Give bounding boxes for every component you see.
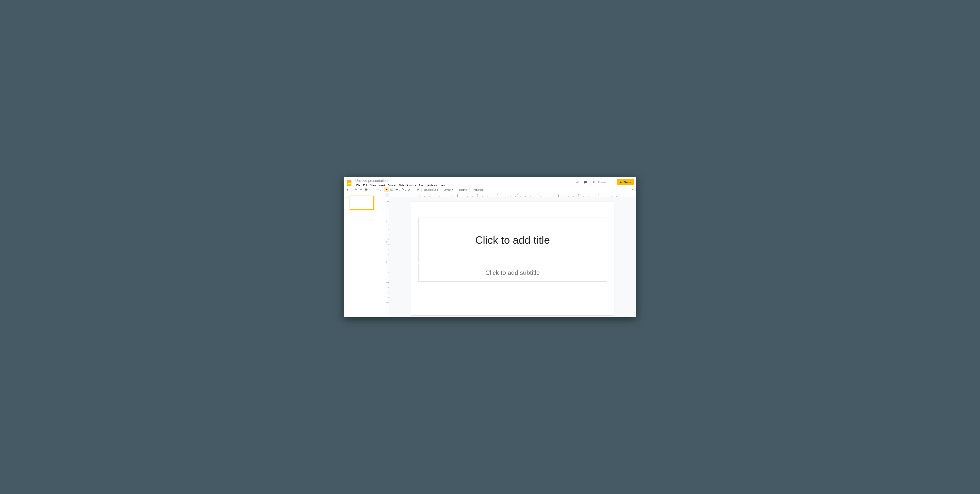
ruler-label: 7 [558, 194, 559, 196]
present-button[interactable]: Present [591, 179, 609, 185]
svg-rect-1 [348, 183, 350, 185]
title-bar: Untitled presentation File Edit View Ins… [344, 177, 636, 186]
paint-format-button[interactable] [369, 187, 374, 192]
shape-tool[interactable] [401, 187, 407, 192]
title-actions: Present Share [575, 178, 634, 185]
caret-down-icon [349, 190, 350, 191]
subtitle-placeholder[interactable]: Click to add subtitle [418, 264, 607, 282]
transition-button[interactable]: Transition [471, 187, 485, 192]
ruler-label: 4 [497, 194, 498, 196]
title-placeholder[interactable]: Click to add title [418, 218, 607, 262]
slide-number: 1 [346, 195, 348, 210]
ruler-label: 9 [598, 194, 599, 196]
separator [469, 188, 470, 192]
print-button[interactable] [364, 187, 369, 192]
zoom-button[interactable] [376, 187, 382, 192]
document-title[interactable]: Untitled presentation [355, 178, 575, 183]
undo-button[interactable] [353, 187, 358, 192]
caret-down-icon [411, 190, 412, 191]
background-button[interactable]: Background [423, 187, 439, 192]
slide-thumbnail-selected[interactable] [349, 195, 375, 210]
caret-down-icon [380, 190, 381, 191]
ruler-label: 5 [386, 301, 387, 303]
comments-icon[interactable] [583, 180, 588, 185]
ruler-label: 2 [386, 241, 387, 243]
slide-thumbnail-row: 1 [346, 195, 383, 210]
ruler-corner [385, 193, 389, 197]
svg-rect-8 [402, 190, 404, 191]
textbox-tool[interactable] [390, 187, 394, 192]
caret-down-icon [405, 190, 406, 191]
slide-thumbnail [350, 196, 374, 210]
present-play-icon [593, 181, 596, 184]
ruler-label: 1 [437, 194, 438, 196]
svg-point-3 [377, 189, 379, 190]
share-button[interactable]: Share [617, 179, 634, 185]
separator [375, 188, 375, 192]
workspace: 1 123456789 12345 Click to add title Cli… [344, 193, 636, 317]
new-slide-button[interactable] [345, 187, 351, 192]
toolbar: Background Layout Theme Transition [344, 186, 636, 193]
film-strip[interactable]: 1 [344, 193, 385, 317]
collapse-toolbar-button[interactable] [630, 187, 635, 192]
ruler-label: 4 [386, 281, 387, 283]
present-label: Present [598, 181, 607, 184]
ruler-label: 5 [517, 194, 518, 196]
vertical-ruler[interactable]: 12345 [385, 197, 389, 317]
line-tool[interactable] [407, 187, 413, 192]
canvas-area: 123456789 12345 Click to add title Click… [385, 193, 636, 317]
present-dropdown[interactable] [610, 179, 614, 185]
slide-canvas[interactable]: Click to add title Click to add subtitle [411, 201, 614, 315]
separator [441, 188, 441, 192]
redo-button[interactable] [359, 187, 363, 192]
layout-label: Layout [444, 188, 451, 191]
caret-down-icon [399, 190, 400, 191]
present-button-group: Present [590, 179, 614, 185]
select-tool[interactable] [384, 187, 389, 192]
ruler-label: 2 [457, 194, 458, 196]
caret-down-icon [452, 189, 453, 190]
ruler-label: 3 [386, 261, 387, 263]
ruler-label: 6 [538, 194, 539, 196]
ruler-label: 3 [477, 194, 478, 196]
layout-button[interactable]: Layout [442, 187, 455, 192]
svg-point-6 [396, 189, 396, 190]
add-comment-button[interactable] [415, 187, 420, 192]
activity-icon[interactable] [575, 180, 580, 185]
image-tool[interactable] [395, 187, 401, 192]
lock-icon [619, 181, 622, 183]
share-label: Share [624, 181, 631, 184]
ruler-label: 8 [578, 194, 579, 196]
caret-down-icon [611, 182, 612, 183]
app-window: Untitled presentation File Edit View Ins… [344, 177, 636, 317]
slide-stage[interactable]: Click to add title Click to add subtitle [389, 197, 636, 317]
ruler-label: 1 [386, 221, 387, 223]
theme-button[interactable]: Theme [457, 187, 468, 192]
horizontal-ruler[interactable]: 123456789 [389, 193, 636, 197]
